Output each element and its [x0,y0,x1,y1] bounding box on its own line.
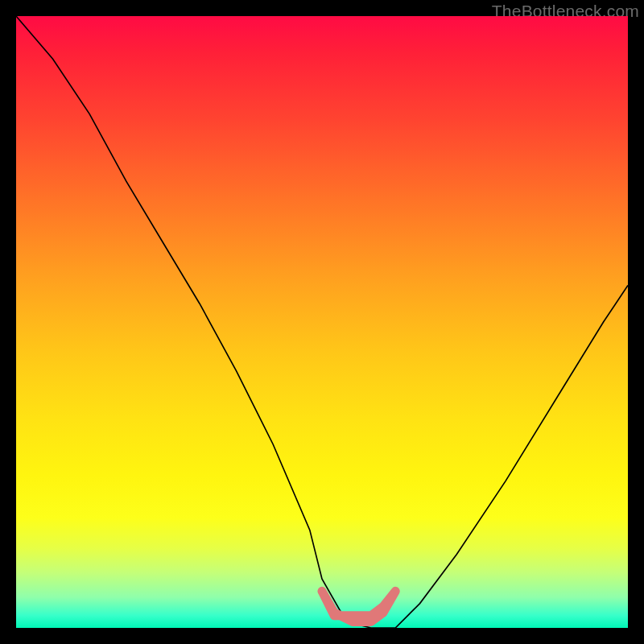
curve-line [16,16,628,628]
plot-area [16,16,628,628]
chart-frame: TheBottleneck.com [0,0,644,644]
